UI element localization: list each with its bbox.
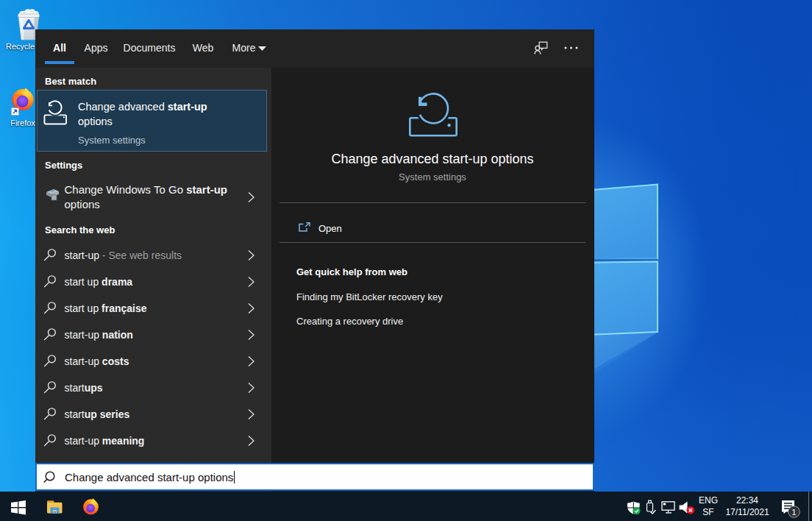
svg-text:1: 1 xyxy=(791,508,796,517)
